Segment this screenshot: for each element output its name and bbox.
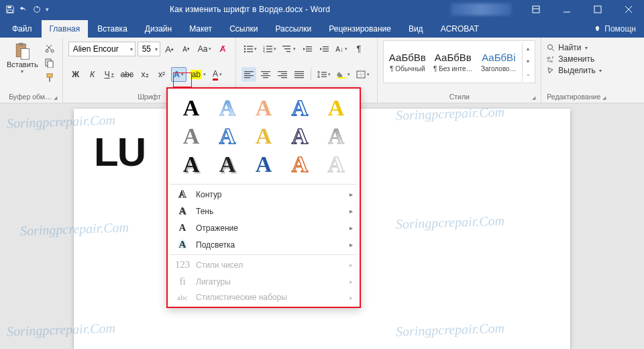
styles-gallery[interactable]: АаБбВв¶ Обычный АаБбВв¶ Без инте… АаБбВі… <box>383 40 535 83</box>
format-painter-button[interactable] <box>42 71 57 85</box>
style-preview: АаБбВв <box>389 52 426 65</box>
chevron-down-icon: ▾ <box>21 68 23 74</box>
tab-design[interactable]: Дизайн <box>137 20 180 38</box>
borders-button[interactable] <box>354 67 372 82</box>
line-spacing-button[interactable] <box>315 67 333 82</box>
fx-outline[interactable]: AКонтур <box>168 186 360 203</box>
style-preview: АаБбВв <box>435 52 472 65</box>
text-effects-dropdown: AAAAAAAAAAAAAAA AКонтур AТень AОтражение… <box>166 87 361 308</box>
undo-icon[interactable] <box>19 5 28 14</box>
shading-button[interactable] <box>335 67 352 82</box>
paste-button[interactable]: Вставить ▾ <box>4 40 41 85</box>
close-icon[interactable] <box>613 0 644 19</box>
fx-preset[interactable]: A <box>183 123 200 149</box>
fx-preset[interactable]: A <box>256 123 272 149</box>
fx-preset[interactable]: A <box>219 152 236 177</box>
show-marks-button[interactable]: ¶ <box>352 42 366 56</box>
minimize-icon[interactable] <box>551 0 582 19</box>
style-normal[interactable]: АаБбВв¶ Обычный <box>385 42 429 81</box>
font-color-button[interactable]: A <box>210 67 225 82</box>
tab-review[interactable]: Рецензирование <box>321 20 399 38</box>
fx-glow[interactable]: AПодсветка <box>168 236 360 253</box>
outdent-button[interactable] <box>300 42 315 56</box>
tab-home[interactable]: Главная <box>42 20 89 38</box>
grow-font-button[interactable]: A▴ <box>162 42 177 56</box>
svg-rect-49 <box>294 75 304 76</box>
shrink-font-button[interactable]: A▾ <box>179 42 194 56</box>
fx-shadow[interactable]: AТень <box>168 203 360 219</box>
svg-text:3: 3 <box>263 50 265 53</box>
find-button[interactable]: Найти▾ <box>547 43 606 52</box>
svg-rect-0 <box>8 7 11 9</box>
svg-rect-7 <box>21 49 30 60</box>
justify-button[interactable] <box>292 67 307 82</box>
style-no-spacing[interactable]: АаБбВв¶ Без инте… <box>431 42 475 81</box>
separator <box>311 68 311 81</box>
fx-preset[interactable]: A <box>292 152 309 177</box>
svg-rect-6 <box>19 43 23 46</box>
replace-button[interactable]: abacЗаменить <box>547 54 606 64</box>
fx-preset[interactable]: A <box>219 123 236 149</box>
bold-button[interactable]: Ж <box>68 67 83 82</box>
svg-rect-47 <box>294 71 304 72</box>
tab-view[interactable]: Вид <box>400 20 431 38</box>
qat-customize-icon[interactable]: ▾ <box>46 6 49 13</box>
tab-layout[interactable]: Макет <box>181 20 220 38</box>
font-size-combo[interactable]: 55 <box>138 42 160 56</box>
tab-references[interactable]: Ссылки <box>221 20 266 38</box>
subscript-button[interactable]: x₂ <box>138 67 152 82</box>
numbering-button[interactable]: 123 <box>261 42 278 56</box>
fx-preset[interactable]: A <box>292 95 309 121</box>
fx-lig-icon: fi <box>176 276 189 287</box>
align-right-icon <box>278 70 287 79</box>
tab-mailings[interactable]: Рассылки <box>267 20 319 38</box>
fx-preset[interactable]: A <box>292 123 309 149</box>
svg-rect-19 <box>247 51 253 52</box>
fx-reflection[interactable]: AОтражение <box>168 219 360 236</box>
cut-button[interactable] <box>42 42 57 55</box>
fx-shadow-icon: A <box>176 205 189 217</box>
tell-me[interactable]: Помощн <box>585 20 644 38</box>
svg-point-9 <box>51 50 54 52</box>
save-icon[interactable] <box>5 5 15 14</box>
underline-button[interactable]: Ч <box>102 67 117 82</box>
fx-preset[interactable]: A <box>219 95 236 121</box>
clear-formatting-button[interactable]: A̸ <box>215 42 230 56</box>
style-heading1[interactable]: АаБбВіЗаголово… <box>476 42 521 81</box>
multilevel-button[interactable] <box>280 42 298 56</box>
tab-acrobat[interactable]: ACROBAT <box>433 20 487 38</box>
tab-file[interactable]: Файл <box>4 20 40 38</box>
copy-button[interactable] <box>42 56 57 70</box>
bullets-button[interactable] <box>241 42 259 56</box>
svg-rect-46 <box>281 77 287 78</box>
fx-preset[interactable]: A <box>256 95 272 121</box>
redo-icon[interactable] <box>32 5 42 14</box>
font-name-combo[interactable]: Alien Encour <box>68 42 136 56</box>
superscript-button[interactable]: x² <box>154 67 169 82</box>
styles-scroll[interactable]: ▴▾⌄ <box>522 42 533 81</box>
svg-rect-25 <box>266 51 272 52</box>
align-right-button[interactable] <box>275 67 290 82</box>
align-left-button[interactable] <box>241 67 256 82</box>
indent-icon <box>319 45 329 53</box>
maximize-icon[interactable] <box>582 0 613 19</box>
fx-preset[interactable]: A <box>183 152 200 177</box>
ribbon-options-icon[interactable] <box>521 0 551 19</box>
sort-button[interactable]: A↓ <box>333 42 350 56</box>
group-editing: Найти▾ abacЗаменить Выделить▾ Редактиров… <box>541 38 611 103</box>
fx-preset[interactable]: A <box>328 152 345 177</box>
strikethrough-button[interactable]: abc <box>119 67 136 82</box>
tab-insert[interactable]: Вставка <box>89 20 136 38</box>
fx-preset[interactable]: A <box>183 95 200 121</box>
change-case-button[interactable]: Aa <box>196 42 214 56</box>
fx-preset[interactable]: A <box>256 152 272 177</box>
svg-rect-36 <box>244 73 250 74</box>
select-button[interactable]: Выделить▾ <box>547 66 606 75</box>
indent-button[interactable] <box>317 42 331 56</box>
align-center-button[interactable] <box>258 67 273 82</box>
fx-preset[interactable]: A <box>328 123 345 149</box>
outdent-icon <box>303 45 312 53</box>
bullets-icon <box>244 45 253 53</box>
fx-preset[interactable]: A <box>328 95 345 121</box>
italic-button[interactable]: К <box>85 67 100 82</box>
